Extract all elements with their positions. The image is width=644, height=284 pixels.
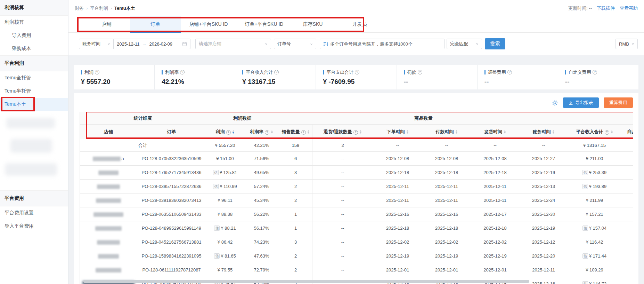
column-label: 下单时间 <box>387 129 405 134</box>
sort-carets[interactable]: ▲▼ <box>455 130 458 134</box>
help-icon[interactable]: ? <box>353 130 358 135</box>
cell-account-time: 2025-12-19 <box>519 166 568 180</box>
currency-select[interactable]: RMB ∨ <box>616 39 638 49</box>
sort-down-icon[interactable]: ▼ <box>307 132 310 134</box>
recalculate-fees-button[interactable]: 重算费用 <box>604 97 633 108</box>
blurred-store-name <box>96 198 121 203</box>
tab-store-sku[interactable]: 店铺+平台SKU ID <box>181 16 236 33</box>
column-header-refund-qty[interactable]: 退货/退款数量?▲▼ <box>312 125 373 139</box>
column-header-sales-qty[interactable]: 销售数量?▲▼ <box>279 125 312 139</box>
tabs-bar: 店铺 订单 店铺+平台SKU ID 订单+平台SKU ID 库存SKU 开发员 <box>68 16 644 33</box>
help-icon[interactable]: ? <box>301 130 306 135</box>
help-icon[interactable]: ? <box>265 130 269 135</box>
sort-carets[interactable]: ▲▼ <box>271 130 273 134</box>
column-header-ship-time[interactable]: 发货时间▲▼ <box>471 125 519 139</box>
tab-store[interactable]: 店铺 <box>83 16 130 33</box>
cell-platform-income: ¥ 13167.15 <box>568 139 621 152</box>
stat-penalty: 罚款? -- <box>397 65 477 89</box>
settings-gear-icon[interactable] <box>552 100 558 106</box>
sort-down-icon[interactable]: ▼ <box>359 132 362 134</box>
sort-carets[interactable]: ▲▼ <box>552 130 555 134</box>
sidebar-item-profit-accounting[interactable]: 利润核算 <box>0 16 68 29</box>
order-field-select[interactable]: 订单号 ∨ <box>274 39 316 49</box>
cell-ship-time: 2025-12-19 <box>471 249 519 263</box>
search-button[interactable]: 搜索 <box>485 38 505 49</box>
sidebar-item-purchase-cost[interactable]: 采购成本 <box>0 42 68 55</box>
help-icon[interactable]: ? <box>95 70 99 74</box>
tab-developer[interactable]: 开发员 <box>334 16 386 33</box>
help-icon[interactable]: ? <box>507 70 512 74</box>
cell-profit-rate: 49.65% <box>244 166 279 180</box>
column-label: 付款时间 <box>436 129 454 134</box>
order-numbers-input[interactable] <box>329 39 444 49</box>
view-help-link[interactable]: 查看帮助 <box>620 5 638 11</box>
help-icon[interactable]: ? <box>418 70 422 74</box>
cell-pay-time: -- <box>422 139 471 152</box>
stat-platform-expense: 平台支出合计? ¥ -7609.95 <box>316 65 396 89</box>
tab-order-sku[interactable]: 订单+平台SKU ID <box>236 16 292 33</box>
sort-carets[interactable]: ▲▼ <box>504 130 506 134</box>
column-header-product-sales[interactable]: 商品销售额?▲▼ <box>621 125 633 139</box>
cell-account-time: 2025-12-11 <box>519 263 568 277</box>
cell-order-time: 2025-12-02 <box>373 235 422 249</box>
download-plugin-link[interactable]: 下载插件 <box>597 5 615 11</box>
column-header-profit[interactable]: 利润?▲▼ <box>206 125 244 139</box>
time-dimension-select[interactable]: 账务时间 ∨ <box>79 39 114 49</box>
sort-down-icon[interactable]: ▼ <box>455 132 458 134</box>
sort-carets[interactable]: ▲▼ <box>307 130 310 134</box>
cell-profit-rate: 45.34% <box>244 194 279 207</box>
estimate-tag: 估 <box>582 170 588 175</box>
sort-carets[interactable]: ▲▼ <box>611 130 613 134</box>
breadcrumb-finance[interactable]: 财务 <box>75 6 84 11</box>
help-icon[interactable]: ? <box>355 70 359 74</box>
estimate-tag: 估 <box>213 184 219 189</box>
sort-down-icon[interactable]: ▼ <box>270 132 273 134</box>
column-header-order-time[interactable]: 下单时间▲▼ <box>373 125 422 139</box>
column-header-account-time[interactable]: 账务时间▲▼ <box>519 125 568 139</box>
stat-accent-bar <box>323 70 324 74</box>
sort-down-icon[interactable]: ▼ <box>406 132 409 134</box>
sort-down-icon[interactable]: ▼ <box>552 132 555 134</box>
help-icon[interactable]: ? <box>274 70 279 74</box>
help-icon[interactable]: ? <box>605 130 609 135</box>
shop-select[interactable]: 请选择店铺 ∨ <box>195 39 271 49</box>
cell-product-sales: 估¥ <box>621 166 633 180</box>
table-summary-row: 合计¥ 5557.2042.21%1592--------¥ 13167.15¥… <box>80 139 633 152</box>
table-row: PO-128-06355106509431433¥ 88.3856.22%1--… <box>80 207 633 221</box>
estimate-tag: 估 <box>582 253 588 259</box>
sidebar-item-platform-fee-settings[interactable]: 平台费用设置 <box>0 206 68 220</box>
help-icon[interactable]: ? <box>593 70 597 74</box>
cell-product-sales: ¥ <box>621 207 633 221</box>
sort-carets[interactable]: ▲▼ <box>359 130 362 134</box>
horizontal-scrollbar[interactable] <box>83 280 529 283</box>
sort-carets[interactable]: ▲▼ <box>406 130 409 134</box>
sidebar-item-temu-full[interactable]: Temu全托管 <box>0 71 68 85</box>
column-header-pay-time[interactable]: 付款时间▲▼ <box>422 125 471 139</box>
tab-inventory-sku[interactable]: 库存SKU <box>292 16 334 33</box>
sort-down-icon[interactable]: ▼ <box>503 132 506 134</box>
column-header-platform-income[interactable]: 平台收入合计?▲▼ <box>568 125 621 139</box>
column-header-profit-rate[interactable]: 利润率?▲▼ <box>244 125 279 139</box>
cell-profit: ¥ 86.42 <box>206 235 244 249</box>
filter-bar: 账务时间 ∨ 2025-12-11 → 2026-02-09 请选择店铺 ∨ 订… <box>68 33 644 55</box>
cell-order: PO-128-04521627566713881 <box>137 235 206 249</box>
sort-carets[interactable]: ▲▼ <box>232 130 235 134</box>
sidebar-item-import-fees[interactable]: 导入费用 <box>0 29 68 42</box>
date-range-picker[interactable]: 2025-12-11 → 2026-02-09 <box>114 39 190 49</box>
export-report-button[interactable]: 导出报表 <box>563 97 599 108</box>
help-icon[interactable]: ? <box>180 70 185 74</box>
cell-platform-income: 估¥ 171.44 <box>568 249 621 263</box>
breadcrumb-platform-profit[interactable]: 平台利润 <box>90 6 108 11</box>
tab-order[interactable]: 订单 <box>130 16 181 33</box>
export-report-label: 导出报表 <box>575 100 593 106</box>
sidebar-item-temu-semi[interactable]: Temu半托管 <box>0 85 68 98</box>
stat-value: ¥ -7609.95 <box>323 78 389 86</box>
date-start-value: 2025-12-11 <box>117 41 140 47</box>
help-icon[interactable]: ? <box>226 130 231 135</box>
sidebar-item-temu-local[interactable]: Temu本土 <box>0 98 68 111</box>
stat-value: -- <box>484 78 551 86</box>
sort-down-icon[interactable]: ▼ <box>232 132 235 134</box>
match-mode-select[interactable]: 完全匹配 ∨ <box>447 39 482 49</box>
sidebar-item-import-platform-fees[interactable]: 导入平台费用 <box>0 220 68 233</box>
sort-down-icon[interactable]: ▼ <box>610 132 613 134</box>
